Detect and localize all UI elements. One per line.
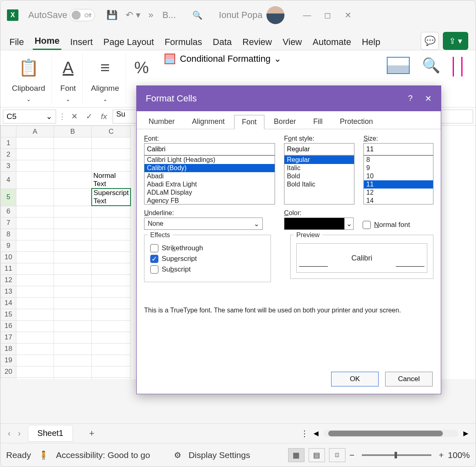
cell-C18[interactable] [92, 343, 131, 355]
cell-A21[interactable] [16, 377, 54, 379]
list-item[interactable]: 8 [364, 156, 433, 164]
cell-A5[interactable] [16, 189, 54, 206]
cell-C8[interactable] [92, 229, 131, 240]
cell-B15[interactable] [54, 309, 92, 320]
zoom-in-button[interactable]: + [439, 450, 444, 460]
tab-formulas[interactable]: Formulas [163, 34, 204, 50]
list-item[interactable]: Italic [284, 164, 354, 172]
cell-C13[interactable] [92, 286, 131, 297]
cell-A3[interactable] [16, 160, 54, 172]
cell-C14[interactable] [92, 297, 131, 309]
horizontal-scrollbar[interactable] [323, 430, 458, 437]
accessibility-status[interactable]: Accessibility: Good to go [56, 450, 150, 460]
cell-A7[interactable] [16, 217, 54, 229]
cell-B5[interactable] [54, 189, 92, 206]
list-item[interactable]: Regular [284, 156, 354, 164]
addins-icon[interactable] [453, 57, 462, 76]
tab-data[interactable]: Data [211, 34, 233, 50]
scroll-right-button[interactable]: ▶ [463, 429, 468, 437]
normal-font-checkbox[interactable]: Normal font [363, 221, 410, 229]
cell-A17[interactable] [16, 332, 54, 343]
cell-A10[interactable] [16, 251, 54, 263]
name-box[interactable]: C5⌄ [3, 110, 56, 123]
ribbon-group-clipboard[interactable]: 📋 Clipboard ⌄ [5, 54, 52, 104]
list-item[interactable]: Calibri (Body) [144, 164, 275, 172]
tab-insert[interactable]: Insert [69, 34, 95, 50]
cells-icon[interactable] [387, 57, 410, 74]
ribbon-group-font[interactable]: A Font ⌄ [54, 54, 83, 104]
cell-B17[interactable] [54, 332, 92, 343]
sheet-nav-next[interactable]: › [18, 429, 21, 438]
close-button[interactable]: ✕ [338, 10, 358, 20]
enter-formula-button[interactable]: ✓ [83, 112, 95, 121]
comments-button[interactable]: 💬 [421, 32, 439, 50]
tab-help[interactable]: Help [360, 34, 382, 50]
avatar[interactable] [266, 6, 284, 24]
undo-icon[interactable]: ↶ ▾ [126, 10, 140, 20]
save-icon[interactable]: 💾 [106, 10, 117, 20]
list-item[interactable]: Abadi Extra Light [144, 180, 275, 189]
sheet-tab-1[interactable]: Sheet1 [28, 425, 72, 442]
tab-font[interactable]: Font [234, 115, 264, 129]
cell-B8[interactable] [54, 229, 92, 240]
scroll-left-button[interactable]: ◀ [314, 429, 318, 437]
sheet-nav-prev[interactable]: ‹ [8, 429, 11, 438]
dialog-help-button[interactable]: ? [408, 94, 413, 103]
tab-fill[interactable]: Fill [305, 115, 330, 129]
tab-review[interactable]: Review [241, 34, 273, 50]
cell-A19[interactable] [16, 355, 54, 366]
color-select[interactable]: ⌄ [284, 218, 354, 230]
list-item[interactable]: 10 [364, 172, 433, 180]
cell-C11[interactable] [92, 263, 131, 274]
font-size-listbox[interactable]: 8910111214 [363, 155, 433, 204]
cell-C15[interactable] [92, 309, 131, 320]
list-item[interactable]: Abadi [144, 172, 275, 180]
minimize-button[interactable]: — [297, 11, 317, 20]
cell-B20[interactable] [54, 366, 92, 377]
tab-alignment[interactable]: Alignment [184, 115, 232, 129]
cell-C21[interactable] [92, 377, 131, 379]
find-icon[interactable]: 🔍 [422, 57, 440, 74]
dialog-titlebar[interactable]: Format Cells ? ✕ [137, 86, 441, 111]
list-item[interactable]: 9 [364, 164, 433, 172]
list-item[interactable]: ADLaM Display [144, 189, 275, 197]
cell-C4[interactable]: Normal Text [92, 172, 131, 189]
autosave-toggle[interactable]: AutoSave Off [28, 9, 95, 21]
zoom-out-button[interactable]: − [350, 450, 354, 460]
cell-A12[interactable] [16, 274, 54, 286]
cell-C17[interactable] [92, 332, 131, 343]
cell-C5[interactable]: Superscript Text [92, 189, 131, 206]
cell-C12[interactable] [92, 274, 131, 286]
list-item[interactable]: 14 [364, 197, 433, 204]
cell-C10[interactable] [92, 251, 131, 263]
cell-B14[interactable] [54, 297, 92, 309]
cancel-button[interactable]: Cancel [385, 372, 433, 386]
cell-C7[interactable] [92, 217, 131, 229]
strikethrough-checkbox[interactable]: Strikethrough [150, 244, 265, 252]
cell-B9[interactable] [54, 240, 92, 251]
list-item[interactable]: Agency FB [144, 197, 275, 204]
font-style-input[interactable] [284, 143, 354, 155]
underline-select[interactable]: None⌄ [144, 218, 263, 230]
cell-A8[interactable] [16, 229, 54, 240]
list-item[interactable]: Calibri Light (Headings) [144, 156, 275, 164]
cell-C6[interactable] [92, 206, 131, 217]
cell-A16[interactable] [16, 320, 54, 332]
search-icon[interactable]: 🔍 [192, 10, 203, 20]
cell-A1[interactable] [16, 137, 54, 149]
tab-number[interactable]: Number [141, 115, 183, 129]
cell-B11[interactable] [54, 263, 92, 274]
cell-A15[interactable] [16, 309, 54, 320]
list-item[interactable]: Bold [284, 172, 354, 180]
cell-C19[interactable] [92, 355, 131, 366]
tab-border[interactable]: Border [266, 115, 304, 129]
cell-A6[interactable] [16, 206, 54, 217]
cell-B12[interactable] [54, 274, 92, 286]
cell-C16[interactable] [92, 320, 131, 332]
ok-button[interactable]: OK [331, 372, 379, 386]
display-settings-button[interactable]: Display Settings [189, 450, 250, 460]
cell-B3[interactable] [54, 160, 92, 172]
add-sheet-button[interactable]: + [89, 428, 95, 439]
cell-C9[interactable] [92, 240, 131, 251]
cell-B4[interactable] [54, 172, 92, 189]
